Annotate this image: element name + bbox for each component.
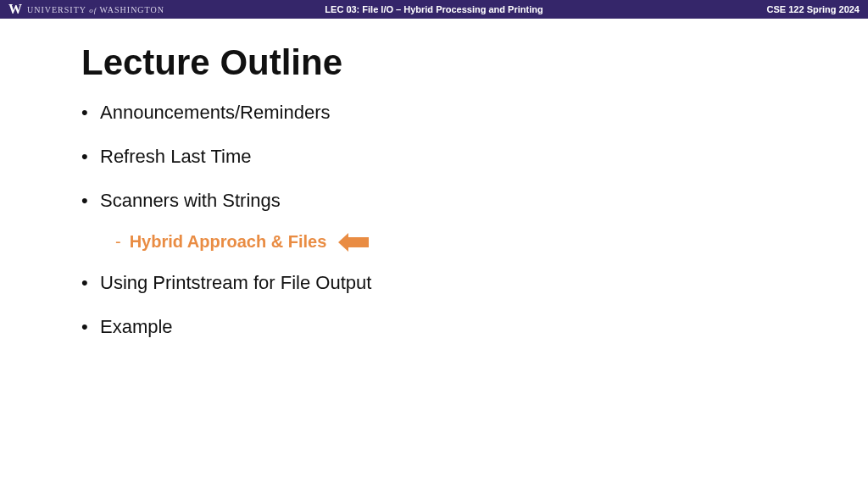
outline-list: Announcements/Reminders Refresh Last Tim… [81, 102, 868, 212]
course-code: CSE 122 Spring 2024 [767, 4, 860, 14]
outline-item: Announcements/Reminders [81, 102, 868, 124]
university-part1: UNIVERSITY [27, 5, 86, 14]
outline-item-label: Refresh Last Time [100, 146, 252, 168]
university-name: UNIVERSITY of WASHINGTON [27, 5, 164, 14]
outline-item: Using Printstream for File Output [81, 272, 868, 294]
header-left: W UNIVERSITY of WASHINGTON [8, 3, 164, 16]
outline-item: Scanners with Strings [81, 190, 868, 212]
outline-item-label: Using Printstream for File Output [100, 272, 371, 294]
university-part2: WASHINGTON [99, 5, 164, 14]
outline-item-label: Announcements/Reminders [100, 102, 330, 124]
subitem-label: Hybrid Approach & Files [130, 232, 327, 252]
subitem-dash: - [115, 232, 121, 252]
uw-logo: W [8, 3, 22, 16]
svg-marker-0 [338, 233, 369, 252]
university-of: of [89, 6, 97, 14]
outline-list-cont: Using Printstream for File Output Exampl… [81, 272, 868, 338]
outline-item-label: Example [100, 316, 173, 338]
outline-item: Example [81, 316, 868, 338]
slide-title: Lecture Outline [81, 42, 868, 83]
outline-subitem: - Hybrid Approach & Files [115, 232, 868, 252]
slide-content: Lecture Outline Announcements/Reminders … [0, 19, 868, 338]
outline-item: Refresh Last Time [81, 146, 868, 168]
arrow-left-icon [338, 233, 369, 252]
outline-item-label: Scanners with Strings [100, 190, 281, 212]
lecture-title: LEC 03: File I/O – Hybrid Processing and… [325, 4, 542, 14]
header-bar: W UNIVERSITY of WASHINGTON LEC 03: File … [0, 0, 868, 19]
